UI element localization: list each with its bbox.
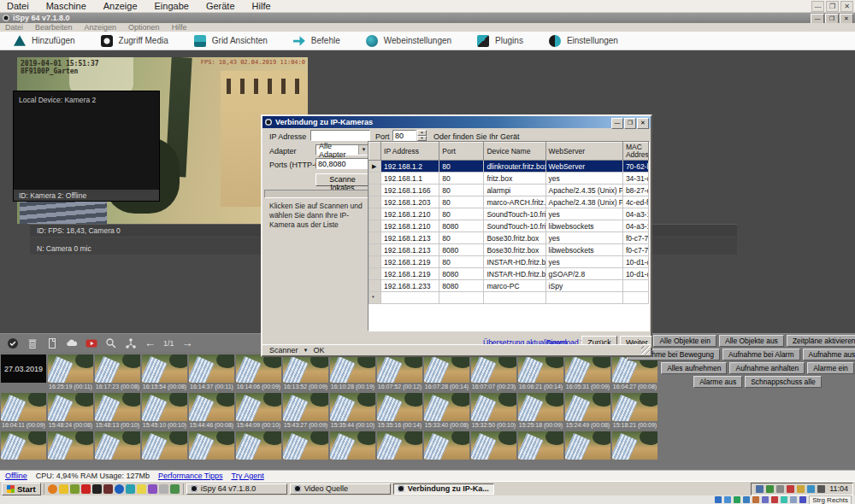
- recording-thumb[interactable]: 16:07:07 (00:23): [471, 355, 516, 390]
- recording-thumb[interactable]: [236, 431, 281, 460]
- device-row[interactable]: 192.168.1.21380Bose30.fritz.boxyesf0-c7-…: [369, 232, 649, 244]
- adapter-select[interactable]: Alle Adapter ▼: [315, 144, 369, 155]
- recording-thumb[interactable]: 16:07:52 (00:12): [377, 355, 422, 390]
- quicklaunch-icon[interactable]: [103, 484, 113, 494]
- recording-thumb[interactable]: [48, 431, 93, 460]
- vbox-status-icon[interactable]: [771, 496, 778, 503]
- toolbar-item-i-media[interactable]: Zugriff Media: [101, 35, 168, 47]
- recording-thumb[interactable]: 15:43:27 (00:09): [283, 393, 328, 428]
- new-device-row[interactable]: *: [369, 292, 649, 304]
- recording-thumb[interactable]: 16:13:52 (00:09): [283, 355, 328, 390]
- toolbar-item-i-plugins[interactable]: Plugins: [477, 35, 523, 47]
- task-button[interactable]: Video Quelle: [290, 483, 391, 495]
- device-row[interactable]: 192.168.1.2338080marco-PCiSpy: [369, 280, 649, 292]
- recording-thumb[interactable]: [283, 431, 328, 460]
- network-icon[interactable]: [125, 337, 137, 349]
- chevron-down-icon[interactable]: ▼: [304, 348, 309, 353]
- device-row[interactable]: 192.168.1.2138080Bose30.fritz.boxlibwebs…: [369, 244, 649, 256]
- quicklaunch-icon[interactable]: [48, 484, 57, 494]
- ispy-menu-item[interactable]: Optionen: [128, 23, 160, 32]
- vm-menu-item[interactable]: Eingabe: [155, 1, 189, 11]
- vbox-status-icon[interactable]: [790, 496, 797, 503]
- device-row[interactable]: 192.168.1.2198080INSTAR-HD.fritz.boxgSOA…: [369, 268, 649, 280]
- vm-menu-item[interactable]: Anzeige: [103, 1, 138, 11]
- try-agent-link[interactable]: Try Agent: [231, 472, 263, 480]
- quicklaunch-icon[interactable]: [159, 484, 168, 494]
- next-page-arrow[interactable]: →: [182, 337, 193, 349]
- ispy-menu-item[interactable]: Datei: [5, 23, 23, 32]
- vbox-status-icon[interactable]: [743, 496, 750, 503]
- col-mac-address[interactable]: MAC Address: [622, 143, 648, 161]
- camera2-panel[interactable]: Local Device: Kamera 2 ID: Kamera 2: Off…: [13, 91, 160, 202]
- control-button[interactable]: Alle Objekte ein: [653, 335, 716, 347]
- quicklaunch-icon[interactable]: [115, 484, 124, 494]
- vm-close-button[interactable]: ✕: [840, 1, 853, 12]
- performance-tips-link[interactable]: Performance Tipps: [158, 472, 223, 480]
- vbox-status-icon[interactable]: [715, 496, 722, 503]
- toolbar-item-i-web[interactable]: Webeinstellungen: [366, 35, 451, 47]
- vm-menu-item[interactable]: Geräte: [206, 1, 235, 11]
- recording-thumb[interactable]: [424, 431, 469, 460]
- control-button[interactable]: Zeitpläne aktivieren: [787, 335, 855, 347]
- device-row[interactable]: 192.168.1.21980INSTAR-HD.fritz.boxyes10-…: [369, 256, 649, 268]
- recording-thumb[interactable]: [1, 431, 46, 460]
- recording-thumb[interactable]: 16:05:31 (00:09): [565, 355, 610, 390]
- recording-thumb[interactable]: 16:04:11 (00:09): [1, 393, 46, 428]
- vbox-status-icon[interactable]: [781, 496, 787, 503]
- recording-thumb[interactable]: 16:10:28 (00:19): [330, 355, 375, 390]
- recording-thumb[interactable]: 15:48:24 (00:08): [48, 393, 93, 428]
- recording-thumb[interactable]: 15:45:10 (00:10): [142, 393, 187, 428]
- control-button[interactable]: Alarme aus: [693, 376, 742, 388]
- tray-icon[interactable]: [807, 485, 815, 493]
- quicklaunch-icon[interactable]: [70, 484, 80, 494]
- recording-thumb[interactable]: 15:33:40 (00:08): [424, 393, 469, 428]
- search-icon[interactable]: [105, 337, 117, 349]
- vm-minimize-button[interactable]: —: [811, 1, 824, 12]
- vm-menu-item[interactable]: Hilfe: [252, 1, 271, 11]
- recording-thumb[interactable]: [95, 431, 140, 460]
- vbox-status-icon[interactable]: [752, 496, 759, 503]
- ports-input[interactable]: [315, 158, 369, 169]
- tray-icon[interactable]: [776, 485, 784, 493]
- ispy-menu-item[interactable]: Anzeigen: [85, 23, 117, 32]
- recording-thumb[interactable]: 15:35:44 (00:10): [330, 393, 375, 428]
- vbox-status-icon[interactable]: [724, 496, 731, 503]
- control-button[interactable]: Alle Objekte aus: [719, 335, 784, 347]
- resize-grip[interactable]: [641, 346, 650, 355]
- dialog-titlebar[interactable]: Verbindung zu IP-Kameras: [262, 116, 651, 128]
- quicklaunch-icon[interactable]: [81, 484, 91, 494]
- dialog-close-button[interactable]: ✕: [637, 118, 649, 129]
- ip-address-input[interactable]: [310, 130, 370, 141]
- vm-menu-item[interactable]: Datei: [7, 1, 29, 11]
- recording-thumb[interactable]: 15:25:18 (00:09): [518, 393, 563, 428]
- control-button[interactable]: Aufnahme bei Alarm: [722, 349, 800, 360]
- quicklaunch-icon[interactable]: [59, 484, 68, 494]
- recording-thumb[interactable]: [612, 431, 657, 460]
- recording-thumb[interactable]: 15:44:46 (00:08): [189, 393, 234, 428]
- tray-icon[interactable]: [817, 485, 825, 493]
- col-ip-address[interactable]: IP Address: [381, 143, 439, 161]
- vm-menu-item[interactable]: Maschine: [46, 1, 86, 11]
- recording-thumb[interactable]: 15:18:21 (00:09): [612, 393, 657, 428]
- col-device-name[interactable]: Device Name: [484, 143, 545, 161]
- recording-thumb[interactable]: 16:15:54 (00:08): [142, 355, 187, 390]
- recording-thumb[interactable]: [142, 431, 187, 460]
- status-check-icon[interactable]: [7, 337, 19, 349]
- control-button[interactable]: Alles aufnehmen: [661, 362, 727, 374]
- scan-local-button[interactable]: Scanne lokales: [315, 173, 369, 186]
- cloud-upload-icon[interactable]: [66, 337, 78, 349]
- recording-thumb[interactable]: 15:35:16 (00:14): [377, 393, 422, 428]
- recording-thumb[interactable]: 16:17:23 (00:08): [95, 355, 140, 390]
- vbox-status-icon[interactable]: [762, 496, 769, 503]
- quicklaunch-icon[interactable]: [137, 484, 146, 494]
- control-button[interactable]: Aufnahme ausschalten: [803, 349, 855, 360]
- tray-icon[interactable]: [787, 485, 794, 493]
- col-webserver[interactable]: WebServer: [545, 143, 622, 161]
- dialog-minimize-button[interactable]: —: [611, 118, 623, 129]
- control-button[interactable]: Alarme ein: [807, 362, 854, 374]
- device-row[interactable]: ▶192.168.1.280dlinkrouter.fritz.boxWebSe…: [369, 161, 649, 173]
- quicklaunch-icon[interactable]: [126, 484, 135, 494]
- task-button[interactable]: iSpy 64 v7.1.8.0: [186, 483, 287, 495]
- control-button[interactable]: Schnappschuss alle: [745, 376, 822, 388]
- quicklaunch-icon[interactable]: [148, 484, 157, 494]
